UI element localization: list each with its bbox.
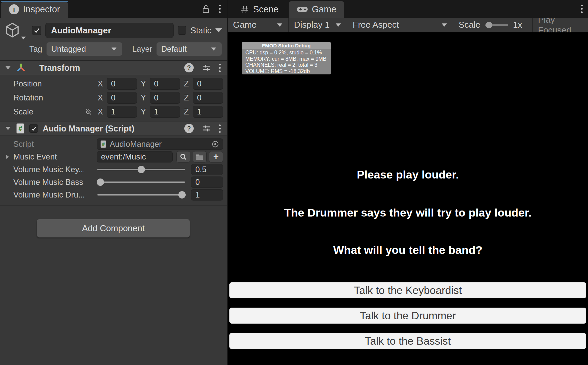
- slider-knob[interactable]: [138, 166, 145, 173]
- transform-icon: [16, 63, 26, 73]
- tab-game[interactable]: Game: [289, 1, 345, 18]
- layer-dropdown[interactable]: Default: [156, 42, 222, 56]
- static-dropdown-caret[interactable]: [215, 28, 222, 32]
- inspector-tab-bar: i Inspector: [0, 0, 227, 18]
- tag-layer-row: Tag Untagged Layer Default: [5, 42, 222, 56]
- event-search-button[interactable]: [176, 151, 190, 162]
- audio-manager-body: Script # AudioManager: [0, 136, 227, 204]
- svg-text:#: #: [19, 125, 22, 132]
- rotation-z-input[interactable]: 0: [193, 92, 223, 104]
- inspector-menu-icon[interactable]: [219, 5, 221, 13]
- component-list-divider: [0, 205, 227, 206]
- add-component-button[interactable]: Add Component: [37, 219, 190, 238]
- scale-slider[interactable]: [485, 22, 508, 28]
- dialogue-response-line: The Drummer says they will try to play l…: [228, 206, 588, 219]
- script-label: Script: [13, 139, 84, 149]
- scene-grid-icon: [240, 5, 249, 14]
- game-viewport: FMOD Studio Debug CPU: dsp = 0.2%, studi…: [228, 32, 588, 365]
- volume-music-bass-label: Volume Music Bass: [13, 177, 84, 187]
- transform-header-icons: ?: [184, 63, 221, 72]
- game-panel: Scene Game Game: [228, 0, 588, 365]
- volume-music-key-value[interactable]: 0.5: [191, 164, 223, 175]
- volume-music-key-slider[interactable]: [97, 164, 186, 175]
- help-icon[interactable]: ?: [184, 124, 194, 133]
- scale-unlink-icon[interactable]: [84, 107, 97, 116]
- slider-knob[interactable]: [178, 191, 186, 199]
- presets-icon[interactable]: [202, 124, 211, 133]
- game-target-dropdown[interactable]: Game: [228, 18, 289, 32]
- talk-to-bassist-button[interactable]: Talk to the Bassist: [229, 333, 586, 349]
- script-object-field[interactable]: # AudioManager: [97, 138, 223, 150]
- audio-manager-title: Audio Manager (Script): [43, 124, 134, 133]
- gameobject-cube-icon[interactable]: [5, 22, 28, 39]
- scale-x-input[interactable]: 1: [107, 106, 137, 118]
- scale-slider-knob[interactable]: [486, 22, 492, 28]
- game-toolbar: Game Display 1 Free Aspect Scale 1x P: [228, 18, 588, 32]
- axis-x-label: X: [97, 79, 104, 88]
- slider-knob[interactable]: [97, 178, 104, 186]
- talk-to-drummer-button[interactable]: Talk to the Drummer: [229, 308, 586, 324]
- presets-icon[interactable]: [202, 63, 211, 72]
- static-checkbox[interactable]: [178, 26, 186, 35]
- talk-to-keyboardist-button[interactable]: Talk to the Keyboardist: [229, 282, 586, 298]
- volume-music-drums-slider[interactable]: [97, 189, 186, 201]
- transform-menu-icon[interactable]: [219, 64, 221, 72]
- help-icon[interactable]: ?: [184, 63, 194, 72]
- event-add-button[interactable]: +: [209, 151, 223, 162]
- volume-music-bass-row: Volume Music Bass 0: [0, 176, 227, 188]
- music-event-input[interactable]: event:/Music: [97, 151, 173, 162]
- volume-music-bass-slider[interactable]: [97, 176, 186, 188]
- info-icon: i: [9, 4, 19, 14]
- audio-manager-foldout-caret[interactable]: [5, 127, 11, 130]
- tab-scene[interactable]: Scene: [232, 1, 287, 18]
- volume-music-key-label: Volume Music Key...: [13, 165, 84, 174]
- game-target-value: Game: [233, 20, 257, 30]
- display-value: Display 1: [294, 20, 330, 30]
- music-event-expander[interactable]: [6, 154, 9, 159]
- dialogue-player-line: Please play louder.: [228, 168, 588, 181]
- audio-manager-enabled-checkbox[interactable]: [29, 124, 38, 133]
- audio-manager-component: # Audio Manager (Script) ?: [0, 121, 227, 204]
- axis-z-label: Z: [183, 79, 190, 88]
- tag-label: Tag: [29, 44, 42, 54]
- aspect-ratio-dropdown[interactable]: Free Aspect: [347, 18, 453, 32]
- gameobject-name-input[interactable]: AudioManager: [45, 23, 174, 38]
- scale-value: 1x: [513, 20, 522, 30]
- display-dropdown[interactable]: Display 1: [289, 18, 347, 32]
- tag-dropdown[interactable]: Untagged: [46, 42, 122, 56]
- csharp-script-icon: #: [100, 140, 106, 148]
- position-y-input[interactable]: 0: [150, 78, 180, 90]
- volume-music-drums-row: Volume Music Dru... 1: [0, 189, 227, 201]
- position-x-input[interactable]: 0: [107, 78, 137, 90]
- axis-x-label: X: [97, 107, 104, 116]
- volume-music-drums-value[interactable]: 1: [191, 189, 223, 201]
- unlock-icon[interactable]: [202, 4, 210, 14]
- play-focused-dropdown[interactable]: Play Focused: [533, 18, 588, 32]
- event-browse-button[interactable]: [193, 151, 207, 162]
- aspect-ratio-value: Free Aspect: [353, 20, 399, 30]
- music-event-row: Music Event event:/Music: [0, 151, 227, 162]
- rotation-x-input[interactable]: 0: [107, 92, 137, 104]
- tab-inspector[interactable]: i Inspector: [1, 1, 68, 18]
- magnifier-icon: [179, 153, 187, 161]
- unity-editor-window: i Inspector: [0, 0, 588, 365]
- transform-foldout-caret[interactable]: [5, 66, 11, 69]
- rotation-label: Rotation: [13, 93, 84, 102]
- fmod-memory-line: MEMORY: cur = 8MB, max = 9MB: [245, 56, 329, 62]
- axis-y-label: Y: [140, 79, 147, 88]
- tab-scene-label: Scene: [253, 4, 279, 15]
- rotation-y-input[interactable]: 0: [150, 92, 180, 104]
- position-z-input[interactable]: 0: [193, 78, 223, 90]
- game-menu-icon[interactable]: [581, 5, 583, 13]
- scale-y-input[interactable]: 1: [150, 106, 180, 118]
- gameobject-header: AudioManager Static Tag Untagged Layer D…: [0, 18, 227, 60]
- object-picker-icon[interactable]: [211, 140, 219, 148]
- audio-manager-menu-icon[interactable]: [219, 124, 221, 133]
- scale-control-label: Scale: [459, 20, 480, 30]
- scale-z-input[interactable]: 1: [193, 106, 223, 118]
- audio-manager-header-icons: ?: [184, 124, 221, 133]
- gameobject-active-checkbox[interactable]: [32, 26, 41, 35]
- fmod-debug-title: FMOD Studio Debug: [242, 42, 331, 49]
- axis-z-label: Z: [183, 107, 190, 116]
- volume-music-bass-value[interactable]: 0: [191, 176, 223, 188]
